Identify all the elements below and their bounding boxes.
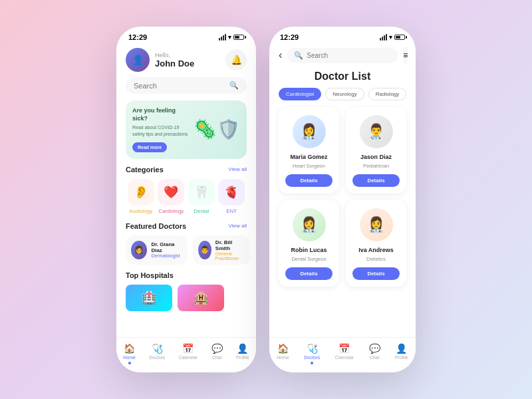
- profile-label-left: Profile: [236, 355, 249, 360]
- signal-icon: [219, 34, 226, 41]
- read-more-button[interactable]: Read more: [132, 142, 167, 152]
- tab-cardiologist[interactable]: Cardiologist: [279, 88, 321, 100]
- nav-home-left[interactable]: 🏠 Home: [123, 343, 136, 364]
- details-button-iva[interactable]: Details: [352, 267, 400, 280]
- doctor-spec-iva: Dietetics: [366, 256, 386, 262]
- calendar-label-left: Calendar: [179, 355, 198, 360]
- categories-list: 👂 Audiology ❤️ Cardiology 🦷 Dental 🫀: [116, 179, 256, 214]
- greeting: Hello,: [155, 52, 194, 59]
- nav-chat-right[interactable]: 💬 Chat: [369, 343, 380, 364]
- search-input-left[interactable]: [134, 82, 225, 90]
- doctor-info-2: Dr. Bill Smith General Practitioner: [215, 239, 245, 261]
- nav-calendar-right[interactable]: 📅 Calendar: [335, 343, 354, 364]
- status-bar-left: 12:29 ▾: [116, 27, 256, 44]
- back-button[interactable]: ‹: [279, 49, 282, 61]
- featured-doctors-header: Featured Doctors View all: [126, 222, 247, 230]
- search-bar-right[interactable]: 🔍: [287, 48, 398, 63]
- categories-view-all[interactable]: View all: [229, 166, 247, 172]
- hospitals-header: Top Hospitals: [126, 271, 247, 279]
- wifi-icon: ▾: [228, 34, 231, 41]
- categories-header: Categories View all: [126, 166, 247, 174]
- doctor-card-jason: 👨‍⚕️ Jason Diaz Pediatrician Details: [346, 107, 406, 194]
- signal-icon-right: [380, 34, 387, 41]
- details-button-robin[interactable]: Details: [285, 267, 332, 280]
- featured-doctor-2[interactable]: 👨 Dr. Bill Smith General Practitioner: [193, 235, 249, 265]
- bottom-nav-left: 🏠 Home 🩺 Doctors 📅 Calendar 💬 Chat 👤 Pro…: [116, 337, 256, 372]
- hospitals-title: Top Hospitals: [126, 271, 174, 279]
- category-cardiology[interactable]: ❤️ Cardiology: [158, 179, 184, 214]
- audiology-icon: 👂: [134, 185, 148, 200]
- wifi-icon-right: ▾: [389, 34, 392, 41]
- bottom-nav-right: 🏠 Home 🩺 Doctors 📅 Calendar 💬 Chat 👤 Pro…: [269, 337, 416, 372]
- cardiology-icon: ❤️: [164, 185, 178, 200]
- nav-profile-left[interactable]: 👤 Profile: [236, 343, 249, 364]
- doctors-label-right: Doctors: [304, 355, 320, 360]
- doctor-spec-jason: Pediatrician: [363, 163, 389, 169]
- calendar-icon-left: 📅: [182, 343, 194, 354]
- filter-button[interactable]: ≡: [403, 47, 408, 64]
- profile-label-right: Profile: [395, 355, 408, 360]
- category-audiology[interactable]: 👂 Audiology: [128, 179, 154, 214]
- chat-icon-left: 💬: [211, 343, 223, 354]
- doctor-avatar-robin: 👩‍⚕️: [293, 208, 326, 241]
- right-phone: 12:29 ▾ ‹ 🔍 ≡: [269, 27, 416, 372]
- ent-icon-wrap: 🫀: [218, 179, 245, 205]
- details-button-maria[interactable]: Details: [285, 174, 332, 187]
- profile-icon-right: 👤: [396, 343, 407, 354]
- dental-label: Dental: [194, 208, 209, 214]
- doctor-name-jason: Jason Diaz: [360, 154, 392, 160]
- cardiology-icon-wrap: ❤️: [158, 179, 184, 205]
- status-bar-right: 12:29 ▾: [269, 27, 416, 44]
- category-tabs: Cardiologist Neurology Radiology: [269, 88, 416, 107]
- nav-dot-right: [311, 362, 313, 364]
- nav-profile-right[interactable]: 👤 Profile: [395, 343, 408, 364]
- category-ent[interactable]: 🫀 ENT: [218, 179, 245, 214]
- doctor-spec-robin: Dental Surgeon: [291, 256, 326, 262]
- tab-radiology[interactable]: Radiology: [368, 88, 407, 100]
- hospital-2[interactable]: 🏨: [178, 285, 224, 311]
- banner-subtitle: Read about COVID-19 safety tips and prec…: [132, 124, 190, 138]
- nav-chat-left[interactable]: 💬 Chat: [211, 343, 223, 364]
- profile-icon-left: 👤: [237, 343, 248, 354]
- audiology-label: Audiology: [129, 208, 152, 214]
- featured-doctors-list: 👩 Dr. Giana Diaz Dermatologist 👨 Dr. Bil…: [116, 235, 256, 265]
- cardiology-label: Cardiology: [158, 208, 184, 214]
- dental-icon: 🦷: [194, 185, 209, 200]
- featured-doctor-1[interactable]: 👩 Dr. Giana Diaz Dermatologist: [126, 235, 188, 265]
- chat-label-right: Chat: [370, 355, 380, 360]
- hospital-1[interactable]: 🏥: [126, 285, 172, 311]
- chat-icon-right: 💬: [369, 343, 380, 354]
- right-header: ‹ 🔍 ≡: [269, 44, 416, 68]
- search-bar-left[interactable]: 🔍: [126, 77, 247, 94]
- ent-label: ENT: [226, 208, 237, 214]
- nav-calendar-left[interactable]: 📅 Calendar: [179, 343, 198, 364]
- doctor-avatar-2: 👨: [198, 241, 211, 259]
- banner-illustration: 🦠🛡️: [194, 118, 240, 140]
- featured-view-all[interactable]: View all: [229, 223, 247, 229]
- doctor-card-robin: 👩‍⚕️ Robin Lucas Dental Surgeon Details: [279, 200, 339, 287]
- doctors-grid: 👩‍⚕️ Maria Gomez Heart Surgeon Details 👨…: [269, 107, 416, 287]
- doctor-avatar-jason: 👨‍⚕️: [360, 115, 393, 148]
- nav-doctors-right[interactable]: 🩺 Doctors: [304, 343, 320, 364]
- doctor-name-maria: Maria Gomez: [290, 154, 327, 160]
- nav-home-right[interactable]: 🏠 Home: [277, 343, 289, 364]
- battery-icon-right: [394, 35, 405, 40]
- doctor-name-2: Dr. Bill Smith: [215, 239, 245, 251]
- category-dental[interactable]: 🦷 Dental: [188, 179, 215, 214]
- search-input-right[interactable]: [307, 52, 391, 59]
- banner-text: Are you feeling sick? Read about COVID-1…: [132, 107, 190, 152]
- calendar-label-right: Calendar: [335, 355, 354, 360]
- nav-doctors-left[interactable]: 🩺 Doctors: [149, 343, 165, 364]
- home-label-left: Home: [123, 355, 136, 360]
- name-block: Hello, John Doe: [155, 52, 194, 68]
- details-button-jason[interactable]: Details: [352, 174, 400, 187]
- notification-button[interactable]: 🔔: [225, 49, 247, 70]
- ent-icon: 🫀: [224, 185, 239, 200]
- audiology-icon-wrap: 👂: [128, 179, 154, 205]
- doctor-info-1: Dr. Giana Diaz Dermatologist: [151, 241, 182, 258]
- home-icon-right: 🏠: [277, 343, 289, 354]
- status-icons-left: ▾: [219, 34, 244, 41]
- tab-neurology[interactable]: Neurology: [325, 88, 364, 100]
- doctor-name-iva: Iva Andrews: [358, 247, 394, 253]
- doctors-icon-left: 🩺: [152, 343, 163, 354]
